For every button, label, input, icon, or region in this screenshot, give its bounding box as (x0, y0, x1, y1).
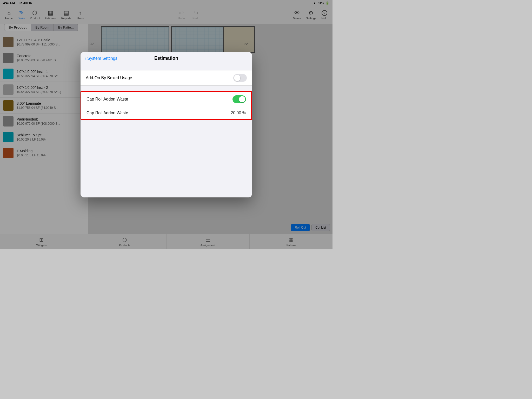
settings-row-addon-boxed: Add-On By Boxed Usage (81, 70, 252, 85)
modal-title: Estimation (154, 56, 178, 61)
settings-section-addon: Add-On By Boxed Usage (81, 70, 252, 86)
modal-header: ‹ System Settings Estimation (81, 52, 252, 65)
toggle-knob (234, 75, 240, 81)
settings-row-cap-roll-toggle: Cap Roll Addon Waste (81, 92, 251, 107)
settings-row-cap-roll-value[interactable]: Cap Roll Addon Waste 20.00 % (81, 107, 251, 119)
modal-back-button[interactable]: ‹ System Settings (85, 56, 117, 61)
cap-roll-toggle-label: Cap Roll Addon Waste (87, 97, 128, 102)
modal-body: Add-On By Boxed Usage Cap Roll Addon Was… (81, 65, 252, 197)
cap-roll-toggle[interactable] (232, 95, 246, 103)
estimation-modal: ‹ System Settings Estimation Add-On By B… (81, 52, 252, 197)
modal-back-label: System Settings (87, 56, 117, 61)
cap-roll-value: 20.00 % (231, 111, 246, 115)
settings-section-cap-roll: Cap Roll Addon Waste Cap Roll Addon Wast… (81, 91, 252, 120)
addon-boxed-label: Add-On By Boxed Usage (86, 76, 132, 80)
toggle-knob-on (239, 96, 245, 102)
cap-roll-value-label: Cap Roll Addon Waste (87, 111, 128, 115)
addon-boxed-toggle[interactable] (233, 74, 247, 82)
modal-overlay[interactable]: ‹ System Settings Estimation Add-On By B… (0, 0, 332, 249)
chevron-left-icon: ‹ (85, 56, 86, 61)
